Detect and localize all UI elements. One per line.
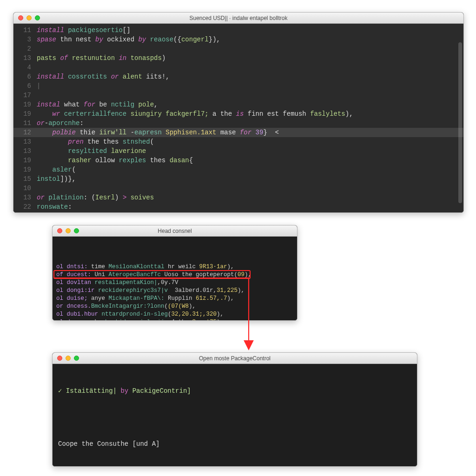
minimize-icon[interactable]	[26, 15, 32, 20]
console-line: ol dubi.hbur nttardprond-in-sleg(32,20.3…	[56, 311, 292, 318]
console-window[interactable]: Head consnel ol dntsi: time MesilonaKlon…	[52, 225, 298, 321]
editor-scrollbar[interactable]	[458, 42, 462, 203]
console-titlebar: Head consnel	[53, 225, 297, 237]
line-number: 11	[13, 26, 31, 35]
code-line[interactable]: instol])},	[37, 174, 461, 184]
line-number: 22	[13, 202, 31, 212]
terminal-heading-verb: Istaitätting|	[66, 387, 117, 395]
code-line[interactable]: polbie thie iirw'll -eapresn Spphisen.1a…	[37, 128, 461, 137]
terminal-line: Coope the Consuthe [und A]	[58, 439, 411, 449]
terminal-title: Open moste PackageControl	[53, 355, 417, 362]
code-line[interactable]: resyltited laverione	[37, 146, 461, 156]
line-number: 13	[13, 137, 31, 146]
code-line[interactable]	[37, 91, 461, 100]
code-line[interactable]: asler(	[37, 165, 461, 174]
code-line[interactable]: rasher ollow rexples thes dasan{	[37, 156, 461, 165]
console-line: ol dovltan restaliapentaKion|,0y.7V	[56, 279, 292, 287]
close-icon[interactable]	[57, 228, 62, 233]
minimize-icon[interactable]	[66, 228, 71, 233]
console-line: ol duise; anye Mickaptan-fBPA\: Rupplin …	[56, 295, 292, 303]
terminal-titlebar: Open moste PackageControl	[53, 353, 417, 364]
close-icon[interactable]	[18, 15, 23, 20]
editor-title: Suenced USD|| · indalw entapel bolltrok	[13, 15, 463, 21]
code-line[interactable]	[37, 63, 461, 72]
code-line[interactable]: pren the thes stnshed(	[37, 137, 461, 146]
close-icon[interactable]	[57, 356, 62, 361]
code-line[interactable]: or platinion: (Iesrl) > soives	[37, 193, 461, 202]
code-line[interactable]: install cossrotits or alent iits!,	[37, 72, 461, 81]
console-line: or dncess.BmckeIntagargir:?lonn((07(W8),	[56, 303, 292, 311]
console-line: of ducest: Uni AteropecBancfTc Uoso the …	[56, 271, 292, 279]
line-number: 19	[13, 109, 31, 119]
line-number: 3	[13, 35, 31, 44]
zoom-icon[interactable]	[35, 15, 40, 20]
code-line[interactable]: instal what for be nctilg pole,	[37, 100, 461, 109]
line-number: 19	[13, 100, 31, 109]
console-line: ol dongi:ir reckiderephiryc3s7|v 3alberd…	[56, 287, 292, 295]
code-line[interactable]	[37, 212, 461, 213]
traffic-lights[interactable]	[53, 228, 79, 233]
line-number: 2	[13, 44, 31, 53]
code-line[interactable]: pasts of restunution in tonaspds)	[37, 53, 461, 63]
minimize-icon[interactable]	[66, 356, 71, 361]
line-number-gutter: 113213466171919111213131919151013222328	[13, 24, 36, 212]
code-area[interactable]: install packigesoertio[]spase thn nest b…	[36, 24, 463, 212]
editor-window[interactable]: Suenced USD|| · indalw entapel bolltrok …	[13, 12, 464, 213]
code-line[interactable]: ronswate:	[37, 202, 461, 212]
code-line[interactable]	[37, 184, 461, 193]
line-number: 23	[13, 212, 31, 213]
line-number: 4	[13, 63, 31, 72]
line-number: 10	[13, 184, 31, 193]
console-line: ol dntsi: time MesilonaKlonttal hr weilc…	[56, 263, 292, 271]
terminal-heading-by: by	[117, 387, 132, 395]
code-line[interactable]: |	[37, 81, 461, 91]
check-icon: ✓	[58, 387, 66, 395]
line-number: 6	[13, 81, 31, 91]
editor-body[interactable]: 113213466171919111213131919151013222328 …	[13, 24, 463, 212]
line-number: 17	[13, 91, 31, 100]
zoom-icon[interactable]	[74, 356, 79, 361]
zoom-icon[interactable]	[74, 228, 79, 233]
line-number: 13	[13, 146, 31, 156]
traffic-lights[interactable]	[13, 15, 40, 20]
line-number: 12	[13, 128, 31, 137]
traffic-lights[interactable]	[53, 356, 79, 361]
line-number: 11	[13, 119, 31, 128]
line-number: 13	[13, 53, 31, 63]
code-line[interactable]: or-aporcnhe:	[37, 119, 461, 128]
console-body[interactable]: ol dntsi: time MesilonaKlonttal hr weilc…	[53, 237, 297, 320]
terminal-heading: ✓ Istaitätting| by PackigeContrin]	[58, 386, 411, 396]
code-line[interactable]: spase thn nest by ockixed by reaose({con…	[37, 35, 461, 44]
line-number: 6	[13, 72, 31, 81]
code-line[interactable]	[37, 44, 461, 53]
editor-titlebar: Suenced USD|| · indalw entapel bolltrok	[13, 13, 463, 24]
terminal-window[interactable]: Open moste PackageControl ✓ Istaitätting…	[52, 352, 417, 467]
terminal-body[interactable]: ✓ Istaitätting| by PackigeContrin] Coope…	[53, 364, 417, 466]
console-line: ol dncss: phy backidperrinlesiie 4sth,sS…	[56, 318, 292, 321]
line-number: 19	[13, 156, 31, 165]
code-line[interactable]: install packigesoertio[]	[37, 26, 461, 35]
code-line[interactable]: wr certerriallfence siungiry fackgerfl7;…	[37, 109, 461, 119]
line-number: 13	[13, 193, 31, 202]
console-title: Head consnel	[53, 228, 297, 234]
line-number: 15	[13, 174, 31, 184]
terminal-heading-package: PackigeContrin]	[132, 387, 191, 395]
line-number: 19	[13, 165, 31, 174]
